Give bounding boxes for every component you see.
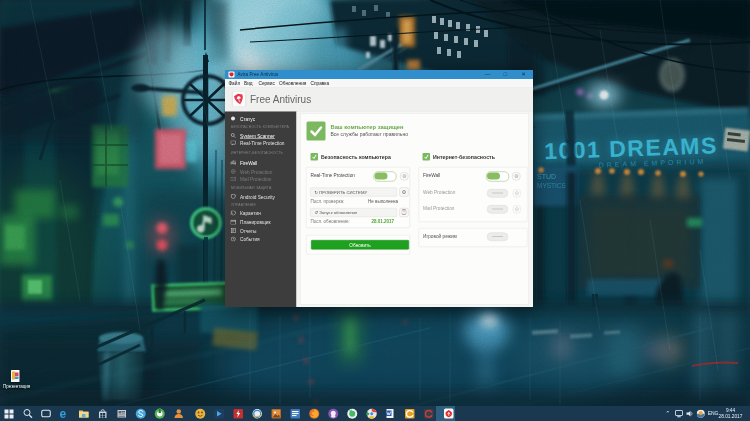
svg-text:e: e [60, 407, 67, 420]
